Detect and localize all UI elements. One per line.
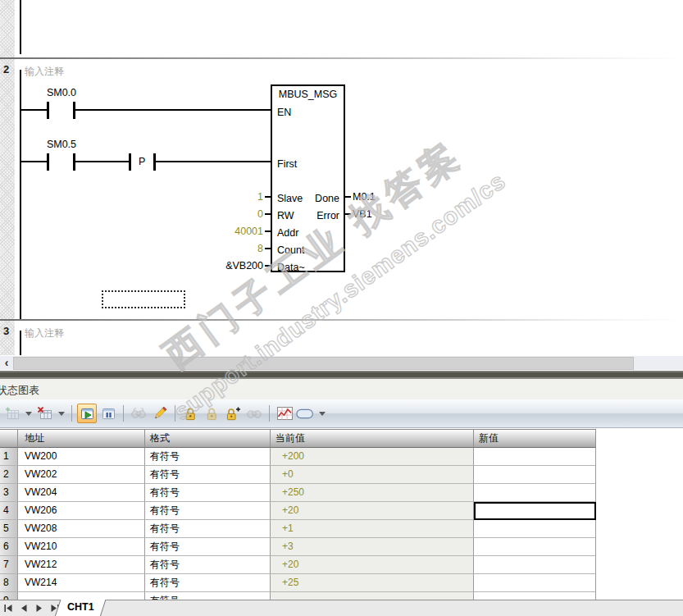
address-cell[interactable]: VW200 — [18, 448, 145, 466]
next-tab-button[interactable] — [34, 603, 45, 614]
delete-chart-dropdown[interactable] — [58, 412, 65, 416]
new-value-cell[interactable] — [474, 466, 596, 484]
write-all-button[interactable] — [150, 404, 170, 423]
pane-splitter[interactable] — [0, 370, 683, 379]
current-value-cell[interactable] — [271, 592, 474, 600]
tag-dropdown[interactable] — [319, 412, 326, 416]
new-value-cell[interactable] — [474, 592, 596, 600]
format-cell[interactable]: 有符号 — [145, 466, 271, 484]
contact-label[interactable]: SM0.5 — [37, 139, 86, 150]
format-cell[interactable]: 有符号 — [145, 538, 271, 556]
pin-en: EN — [277, 107, 291, 118]
operand-data-value[interactable]: &VB200 — [191, 260, 263, 271]
new-value-cell[interactable] — [474, 556, 596, 574]
operand-count-value[interactable]: 8 — [191, 243, 263, 254]
row-number-cell[interactable]: 3 — [0, 484, 18, 502]
row-number-cell[interactable]: 9 — [0, 592, 18, 600]
first-tab-button[interactable] — [2, 603, 14, 614]
read-forced-button[interactable] — [244, 404, 264, 423]
chart-tab-bar: CHT1 — [0, 600, 683, 616]
operand-addr-value[interactable]: 40001 — [191, 226, 263, 237]
row-number-cell[interactable]: 5 — [0, 520, 18, 538]
format-cell[interactable]: 有符号 — [145, 574, 271, 592]
new-value-cell[interactable] — [474, 538, 596, 556]
start-status-button[interactable] — [77, 404, 97, 423]
new-value-cell[interactable] — [474, 484, 596, 502]
format-cell[interactable]: 有符号 — [145, 592, 271, 600]
address-cell[interactable]: VW204 — [18, 484, 145, 502]
force-button[interactable] — [180, 404, 200, 423]
row-number-cell[interactable]: 7 — [0, 556, 18, 574]
row-number-cell[interactable]: 1 — [0, 448, 18, 466]
mbus-msg-block[interactable]: MBUS_MSG EN First Slave RW Addr Count Da… — [271, 84, 345, 272]
format-cell[interactable]: 有符号 — [145, 502, 271, 520]
operand-done[interactable]: M0.1 — [353, 191, 376, 203]
row-number-cell[interactable]: 4 — [0, 502, 18, 520]
current-value-cell[interactable]: +1 — [271, 520, 474, 538]
format-cell[interactable]: 有符号 — [145, 448, 271, 466]
header-address[interactable]: 地址 — [18, 430, 145, 448]
contact-label[interactable]: SM0.0 — [37, 87, 86, 98]
network-number: 2 — [3, 63, 9, 75]
status-chart-grid: 地址 格式 当前值 新值 1 VW200 有符号 +200 2 VW202 有符… — [0, 429, 596, 600]
operand-slave-value[interactable]: 1 — [191, 191, 263, 203]
new-value-cell[interactable] — [474, 502, 596, 520]
row-number-cell[interactable]: 8 — [0, 574, 18, 592]
network-comment[interactable]: 输入注释 — [25, 65, 64, 79]
current-value-cell[interactable]: +25 — [271, 574, 474, 592]
trend-view-button[interactable] — [275, 404, 294, 423]
edge-contact-label[interactable]: P — [139, 156, 145, 167]
contact-bar[interactable] — [47, 102, 49, 119]
operand-rw-value[interactable]: 0 — [191, 208, 263, 220]
edge-contact-bar[interactable] — [129, 153, 131, 171]
current-value-cell[interactable]: +20 — [271, 502, 474, 520]
unforce-button[interactable] — [202, 404, 221, 423]
current-value-cell[interactable]: +3 — [271, 538, 474, 556]
address-cell[interactable]: VW212 — [18, 556, 145, 574]
row-number-cell[interactable]: 6 — [0, 538, 18, 556]
row-number-cell[interactable]: 2 — [0, 466, 18, 484]
new-value-cell[interactable] — [474, 448, 596, 466]
address-cell[interactable]: VW214 — [18, 574, 145, 592]
scroll-left-arrow[interactable]: ‹ — [0, 356, 13, 371]
address-cell[interactable] — [18, 592, 145, 600]
contact-bar[interactable] — [47, 153, 49, 171]
pin-first: First — [277, 158, 297, 170]
current-value-cell[interactable]: +20 — [271, 556, 474, 574]
format-cell[interactable]: 有符号 — [145, 556, 271, 574]
table-row: 5 VW208 有符号 +1 — [0, 520, 596, 538]
table-row: 9 有符号 — [0, 592, 596, 600]
delete-chart-button[interactable] — [35, 404, 55, 423]
header-current-value[interactable]: 当前值 — [271, 430, 474, 448]
status-chart-pane: 状态图表 — [0, 379, 683, 399]
wire — [156, 161, 272, 162]
network-comment[interactable]: 输入注释 — [25, 326, 64, 340]
address-cell[interactable]: VW202 — [18, 466, 145, 484]
scrollbar-thumb[interactable] — [13, 357, 634, 370]
current-value-cell[interactable]: +250 — [271, 484, 474, 502]
prev-tab-button[interactable] — [18, 603, 30, 614]
tab-cht1[interactable]: CHT1 — [55, 600, 107, 616]
current-value-cell[interactable]: +200 — [271, 448, 474, 466]
horizontal-scrollbar[interactable]: ‹ — [0, 355, 683, 370]
read-all-button[interactable] — [129, 404, 148, 423]
pause-status-button[interactable] — [98, 404, 118, 423]
ladder-editor[interactable]: 2 输入注释 SM0.0 SM0.5 P MBUS_MSG EN First S… — [0, 0, 683, 355]
force-add-button[interactable] — [223, 404, 243, 423]
header-new-value[interactable]: 新值 — [474, 430, 596, 448]
address-cell[interactable]: VW210 — [18, 538, 145, 556]
address-cell[interactable]: VW208 — [18, 520, 145, 538]
header-format[interactable]: 格式 — [145, 430, 271, 448]
address-cell[interactable]: VW206 — [18, 502, 145, 520]
add-chart-dropdown[interactable] — [25, 412, 32, 416]
tag-button[interactable] — [296, 404, 316, 423]
format-cell[interactable]: 有符号 — [145, 520, 271, 538]
current-value-cell[interactable]: +0 — [271, 466, 474, 484]
operand-error[interactable]: VB1 — [353, 208, 372, 220]
editor-selection-cursor[interactable] — [102, 290, 185, 308]
add-chart-button[interactable] — [2, 404, 22, 423]
table-row: 8 VW214 有符号 +25 — [0, 574, 596, 592]
new-value-cell[interactable] — [474, 574, 596, 592]
format-cell[interactable]: 有符号 — [145, 484, 271, 502]
new-value-cell[interactable] — [474, 520, 596, 538]
